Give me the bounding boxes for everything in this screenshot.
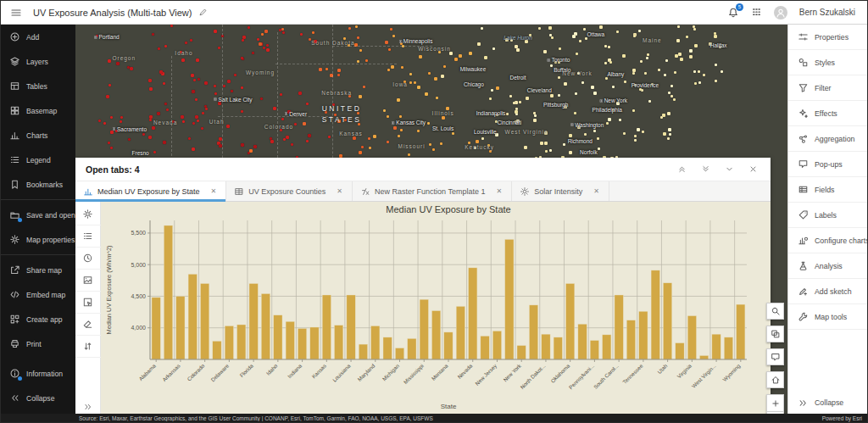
uv-data-point xyxy=(454,58,458,61)
map-label-wisconsin: Wisconsin xyxy=(418,46,451,52)
panel-item-analysis[interactable]: Analysis xyxy=(788,253,867,279)
sidebar-item-legend[interactable]: Legend xyxy=(1,147,75,172)
search-button[interactable] xyxy=(766,303,784,320)
chart-export-image-button[interactable] xyxy=(75,270,101,292)
sidebar-item-map-properties[interactable]: Map properties xyxy=(1,227,75,252)
home-button[interactable] xyxy=(766,371,784,388)
uv-data-point xyxy=(172,120,175,123)
right-sidebar-collapse[interactable]: Collapse xyxy=(788,392,867,414)
chart-selection-button[interactable] xyxy=(75,292,101,314)
tab-uv-exposure-counties[interactable]: UV Exposure Counties✕ xyxy=(226,181,353,201)
sidebar-item-add[interactable]: Add xyxy=(1,25,75,49)
tab-solar-intensity[interactable]: Solar Intensity✕ xyxy=(512,181,609,201)
uv-data-point xyxy=(242,39,244,42)
sidebar-item-collapse[interactable]: Collapse xyxy=(1,386,75,410)
bar-wisconsin xyxy=(724,337,732,359)
uv-data-point xyxy=(259,42,262,46)
chart-clear-selection-button[interactable] xyxy=(75,314,101,336)
sidebar-item-embed-map[interactable]: Embed map xyxy=(1,282,75,307)
panel-item-add-sketch[interactable]: Add sketch xyxy=(788,279,867,304)
uv-data-point xyxy=(399,115,402,118)
close-tab-icon[interactable]: ✕ xyxy=(335,186,344,197)
bar-chart-icon xyxy=(83,186,93,197)
collapse-left-icon xyxy=(9,392,20,404)
sidebar-item-charts[interactable]: Charts xyxy=(1,123,75,147)
zoom-in-button[interactable] xyxy=(766,394,784,411)
uv-data-point xyxy=(591,86,594,89)
sidebar-item-bookmarks[interactable]: Bookmarks xyxy=(1,172,75,197)
bar-washington xyxy=(700,356,709,360)
panel-item-styles[interactable]: Styles xyxy=(788,50,867,75)
dock-panel-button[interactable] xyxy=(696,161,715,178)
close-tab-icon[interactable]: ✕ xyxy=(592,186,601,197)
uv-data-point xyxy=(414,81,416,84)
bar-chart[interactable]: 4,0004,5005,0005,500AlabamaArkansasColor… xyxy=(101,202,769,415)
uv-data-point xyxy=(427,122,430,125)
expand-panel-button[interactable] xyxy=(672,161,691,178)
hamburger-menu-button[interactable] xyxy=(1,1,31,24)
sidebar-item-layers[interactable]: Layers xyxy=(1,49,75,74)
map-label-louisville: Louisville xyxy=(474,128,497,134)
sidebar-item-tables[interactable]: Tables xyxy=(1,74,75,98)
uv-data-point xyxy=(506,113,509,115)
sidebar-item-print[interactable]: Print xyxy=(1,331,75,356)
save-icon xyxy=(9,209,20,220)
app-launcher-button[interactable] xyxy=(751,7,762,18)
add-sketch-icon xyxy=(798,286,809,297)
svg-text:5,000: 5,000 xyxy=(131,262,146,268)
panel-item-aggregation[interactable]: Aggregation xyxy=(788,126,867,152)
close-tab-icon[interactable]: ✕ xyxy=(209,186,219,197)
uv-data-point xyxy=(357,112,359,114)
info-icon xyxy=(9,368,20,379)
basemap-switch-icon xyxy=(771,329,781,339)
edit-title-button[interactable] xyxy=(198,8,208,17)
uv-data-point xyxy=(152,126,155,130)
uv-data-point xyxy=(686,36,688,38)
sidebar-item-share-map[interactable]: Share map xyxy=(1,258,75,282)
uv-data-point xyxy=(632,69,636,72)
map-label-maine: Maine xyxy=(643,36,662,42)
minimize-panel-button[interactable] xyxy=(720,161,738,178)
uv-data-point xyxy=(524,146,527,149)
uv-data-point xyxy=(287,110,291,114)
chart-settings-button[interactable] xyxy=(75,203,101,225)
uv-data-point xyxy=(241,143,244,147)
chart-history-button[interactable] xyxy=(75,248,101,270)
sidebar-item-information[interactable]: Information xyxy=(1,361,75,386)
tab-new-raster-function-template-1[interactable]: New Raster Function Template 1✕ xyxy=(353,181,512,201)
uv-data-point xyxy=(234,74,236,76)
avatar[interactable] xyxy=(774,6,787,19)
close-tab-icon[interactable]: ✕ xyxy=(494,186,504,197)
chart-legend-button[interactable] xyxy=(75,225,101,248)
sidebar-item-save-and-open[interactable]: Save and open xyxy=(1,203,75,227)
panel-item-effects[interactable]: Effects xyxy=(788,101,867,126)
sidebar-item-create-app[interactable]: Create app xyxy=(1,307,75,331)
tab-median-uv-exposure-by-state[interactable]: Median UV Exposure by State✕ xyxy=(75,181,226,201)
uv-data-point xyxy=(241,57,243,59)
uv-data-point xyxy=(198,78,200,81)
panel-item-labels[interactable]: Labels xyxy=(788,203,867,228)
panel-item-fields[interactable]: Fields xyxy=(788,177,867,203)
panel-item-configure-charts[interactable]: Configure charts xyxy=(788,228,867,253)
uv-data-point xyxy=(609,61,612,64)
basemap-switch-button[interactable] xyxy=(766,326,784,342)
panel-item-pop-ups[interactable]: Pop-ups xyxy=(788,152,867,177)
feedback-button[interactable] xyxy=(766,348,784,365)
map-label-missouri: Missouri xyxy=(398,142,425,148)
uv-data-point xyxy=(714,35,717,38)
uv-data-point xyxy=(108,59,111,63)
panel-item-filter[interactable]: Filter xyxy=(788,75,867,101)
uv-data-point xyxy=(218,47,220,49)
uv-data-point xyxy=(579,40,581,42)
panel-item-properties[interactable]: Properties xyxy=(788,25,867,50)
close-panel-button[interactable] xyxy=(743,161,762,178)
uv-data-point xyxy=(576,53,578,55)
uv-data-point xyxy=(612,109,615,111)
close-icon xyxy=(748,164,758,174)
sidebar-item-basemap[interactable]: Basemap xyxy=(1,98,75,123)
notifications-button[interactable]: 5 xyxy=(727,7,739,19)
chart-flip-axes-button[interactable] xyxy=(75,336,101,358)
uv-data-point xyxy=(306,140,309,142)
panel-item-map-tools[interactable]: Map tools xyxy=(788,304,867,330)
uv-data-point xyxy=(616,31,619,33)
